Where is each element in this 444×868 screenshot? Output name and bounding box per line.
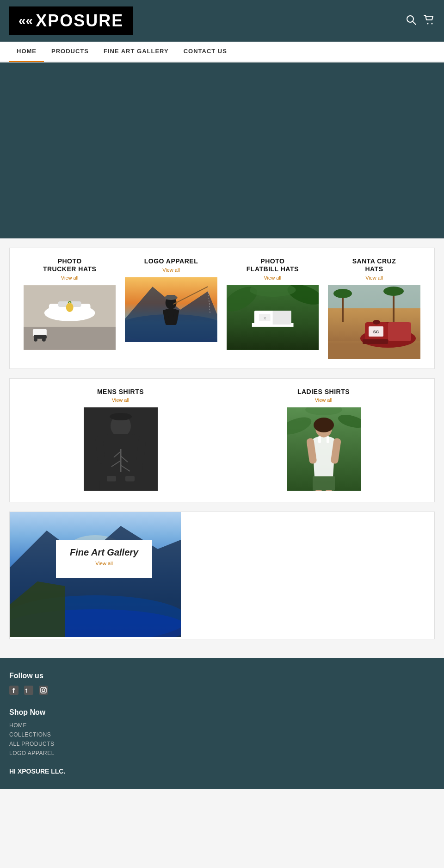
svg-point-8 — [34, 337, 37, 341]
fine-art-overlay: Fine Art Gallery View all — [56, 540, 152, 578]
svg-point-13 — [66, 303, 74, 312]
collection-title-logo-apparel: LOGO APPAREL — [144, 257, 198, 265]
svg-rect-69 — [313, 476, 335, 491]
svg-point-9 — [42, 337, 46, 341]
mens-shirts-image — [84, 407, 158, 493]
logo-area: «« XPOSURE — [9, 6, 133, 35]
collection-mens-shirts: MENS SHIRTS View all — [19, 388, 222, 493]
nav-item-fine-art-gallery[interactable]: FINE ART GALLERY — [96, 41, 176, 62]
collection-title-photo-flatbill: PHOTOFLATBILL HATS — [247, 257, 299, 273]
logo-arrows-icon: «« — [18, 13, 33, 28]
nav-item-home[interactable]: HOME — [9, 41, 44, 62]
collection-logo-apparel: LOGO APPAREL View all — [120, 257, 222, 359]
fine-art-title: Fine Art Gallery — [70, 547, 138, 558]
svg-rect-51 — [112, 414, 129, 419]
logo-apparel-image — [125, 277, 217, 342]
santa-cruz-image: SC — [328, 285, 420, 359]
svg-rect-59 — [107, 476, 116, 481]
svg-rect-73 — [326, 490, 332, 491]
svg-rect-85 — [39, 686, 48, 695]
svg-point-88 — [45, 688, 46, 689]
svg-rect-43 — [388, 322, 411, 341]
view-all-logo-apparel[interactable]: View all — [162, 267, 180, 273]
view-all-mens[interactable]: View all — [112, 397, 130, 403]
svg-rect-72 — [315, 490, 322, 491]
svg-rect-36 — [342, 294, 344, 322]
collection-title-ladies: LADIES SHIRTS — [297, 388, 350, 396]
photo-trucker-image — [24, 285, 116, 350]
collection-photo-trucker: PHOTOTRUCKER HATS View all — [19, 257, 120, 359]
svg-rect-38 — [393, 292, 395, 325]
collection-title-mens: MENS SHIRTS — [97, 388, 144, 396]
photo-flatbill-image: X — [227, 285, 319, 350]
svg-rect-67 — [318, 436, 321, 443]
svg-rect-6 — [33, 329, 47, 336]
collection-title-santa-cruz: SANTA CRUZHATS — [352, 257, 396, 273]
collections-grid-row2: MENS SHIRTS View all — [19, 388, 425, 493]
collection-santa-cruz: SANTA CRUZHATS View all — [323, 257, 425, 359]
collection-photo-flatbill: PHOTOFLATBILL HATS View all — [222, 257, 323, 359]
svg-text:SC: SC — [373, 330, 379, 334]
footer-link-home[interactable]: HOME — [9, 722, 435, 729]
view-all-photo-trucker[interactable]: View all — [61, 275, 79, 281]
svg-rect-68 — [327, 436, 329, 443]
footer-follow-heading: Follow us — [9, 672, 435, 680]
svg-line-1 — [413, 21, 416, 25]
search-icon[interactable] — [406, 15, 416, 27]
footer-company-name: HI XPOSURE LLC. — [9, 768, 65, 775]
svg-point-39 — [383, 287, 404, 296]
ladies-shirts-image — [287, 407, 361, 493]
footer: Follow us f t — [0, 658, 444, 789]
footer-shop-heading: Shop Now — [9, 708, 435, 717]
svg-text:X: X — [264, 316, 266, 320]
svg-point-3 — [432, 23, 433, 24]
footer-link-collections[interactable]: COLLECTIONS — [9, 731, 435, 738]
hero-banner — [0, 62, 444, 238]
footer-link-logo-apparel[interactable]: LOGO APPAREL — [9, 750, 435, 756]
svg-point-66 — [314, 418, 334, 432]
view-all-photo-flatbill[interactable]: View all — [264, 275, 281, 281]
footer-company: HI XPOSURE LLC. — [9, 768, 435, 775]
footer-follow-section: Follow us f t — [9, 672, 435, 697]
logo-text: XPOSURE — [36, 11, 123, 31]
svg-text:f: f — [12, 687, 15, 694]
nav-item-products[interactable]: PRODUCTS — [44, 41, 96, 62]
collection-title-photo-trucker: PHOTOTRUCKER HATS — [43, 257, 96, 273]
svg-rect-60 — [125, 476, 135, 481]
view-all-santa-cruz[interactable]: View all — [365, 275, 383, 281]
svg-text:t: t — [25, 687, 27, 694]
facebook-icon[interactable]: f — [9, 686, 18, 697]
fine-art-card: Fine Art Gallery View all — [9, 512, 435, 639]
svg-rect-44 — [363, 339, 388, 344]
header: «« XPOSURE — [0, 0, 444, 42]
collections-card-row1: PHOTOTRUCKER HATS View all — [9, 248, 435, 369]
svg-point-45 — [373, 320, 380, 325]
footer-link-all-products[interactable]: ALL PRODUCTS — [9, 741, 435, 747]
view-all-ladies[interactable]: View all — [315, 397, 333, 403]
view-all-fine-art[interactable]: View all — [70, 561, 138, 566]
twitter-icon[interactable]: t — [24, 686, 33, 697]
header-icons — [406, 15, 435, 27]
collection-ladies-shirts: LADIES SHIRTS View all — [222, 388, 425, 493]
footer-shop-section: Shop Now HOME COLLECTIONS ALL PRODUCTS L… — [9, 708, 435, 756]
nav: HOME PRODUCTS FINE ART GALLERY CONTACT U… — [0, 42, 444, 62]
collections-grid-row1: PHOTOTRUCKER HATS View all — [19, 257, 425, 359]
svg-point-2 — [427, 23, 429, 24]
main-content: PHOTOTRUCKER HATS View all — [0, 238, 444, 658]
svg-rect-24 — [166, 295, 176, 299]
nav-item-contact-us[interactable]: CONTACT US — [176, 41, 234, 62]
svg-rect-31 — [272, 311, 291, 325]
svg-point-37 — [333, 289, 352, 298]
instagram-icon[interactable] — [39, 686, 48, 697]
footer-social-icons: f t — [9, 686, 435, 697]
cart-icon[interactable] — [424, 15, 435, 27]
logo-box[interactable]: «« XPOSURE — [9, 6, 133, 35]
collections-card-row2: MENS SHIRTS View all — [9, 378, 435, 503]
